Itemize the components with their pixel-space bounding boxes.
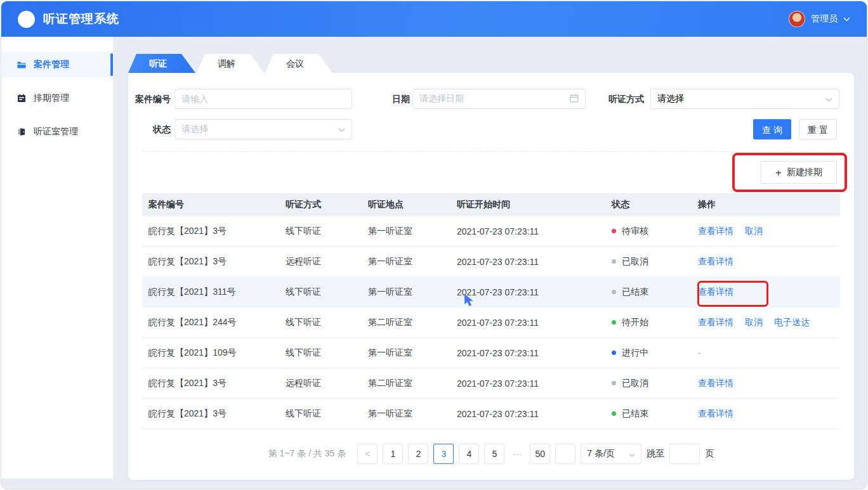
reset-button[interactable]: 重 置 bbox=[799, 119, 837, 139]
cell-case-no: 皖行复【2021】3号 bbox=[142, 378, 286, 389]
cell-method: 远程听证 bbox=[286, 256, 368, 268]
col-header-actions: 操作 bbox=[698, 199, 840, 210]
cell-actions: 查看详情取消 bbox=[698, 226, 840, 237]
no-action-dash: - bbox=[698, 348, 701, 358]
status-dot bbox=[612, 259, 616, 264]
status-text: 已取消 bbox=[622, 256, 648, 268]
cell-start-time: 2021-07-23 07:23:11 bbox=[457, 378, 612, 389]
dashed-divider bbox=[142, 152, 840, 152]
sidebar-item-schedule-management[interactable]: 排期管理 bbox=[1, 86, 113, 111]
cell-location: 第一听证室 bbox=[368, 408, 457, 420]
tab-meeting[interactable]: 会议 bbox=[265, 54, 332, 73]
method-select-value: 请选择 bbox=[657, 93, 825, 105]
cell-status: 待审核 bbox=[612, 226, 698, 237]
table-row: 皖行复【2021】3号 线下听证 第一听证室 2021-07-23 07:23:… bbox=[142, 216, 840, 247]
prev-page-button[interactable]: < bbox=[357, 444, 378, 464]
case-no-input[interactable] bbox=[174, 89, 352, 109]
view-detail-link[interactable]: 查看详情 bbox=[698, 226, 733, 237]
room-icon bbox=[16, 127, 27, 137]
cell-actions: 查看详情 bbox=[698, 378, 840, 389]
page-size-select[interactable]: 7 条/页 bbox=[581, 444, 641, 464]
cell-actions: - bbox=[698, 348, 840, 358]
cell-status: 进行中 bbox=[612, 347, 698, 359]
page-button-3-active[interactable]: 3 bbox=[433, 444, 454, 464]
cell-method: 线下听证 bbox=[286, 226, 368, 237]
pagination-summary: 第 1~7 条 / 共 35 条 bbox=[268, 448, 346, 460]
chevron-down-icon[interactable] bbox=[843, 17, 850, 22]
status-dot bbox=[612, 229, 616, 233]
tab-hearing[interactable]: 听证 bbox=[128, 54, 195, 73]
status-dot bbox=[612, 411, 616, 416]
jump-to-input[interactable] bbox=[669, 444, 700, 464]
method-select[interactable]: 请选择 bbox=[650, 89, 839, 109]
cell-method: 线下听证 bbox=[286, 347, 368, 359]
cell-method: 线下听证 bbox=[286, 408, 368, 420]
cell-start-time: 2021-07-23 07:23:11 bbox=[457, 226, 612, 236]
status-select-placeholder: 请选择 bbox=[181, 124, 338, 135]
page-button-4[interactable]: 4 bbox=[459, 444, 479, 464]
page-button-1[interactable]: 1 bbox=[383, 444, 403, 464]
page-button-2[interactable]: 2 bbox=[408, 444, 428, 464]
page-ellipsis[interactable]: ··· bbox=[510, 449, 525, 459]
view-detail-link[interactable]: 查看详情 bbox=[698, 317, 733, 328]
view-detail-link[interactable]: 查看详情 bbox=[698, 378, 733, 389]
view-detail-link[interactable]: 查看详情 bbox=[698, 408, 733, 420]
cell-status: 已结束 bbox=[612, 287, 698, 298]
view-detail-link[interactable]: 查看详情 bbox=[698, 287, 733, 298]
col-header-case-no: 案件编号 bbox=[142, 199, 286, 210]
cell-actions: 查看详情 bbox=[698, 256, 840, 268]
date-picker[interactable]: 请选择日期 bbox=[412, 89, 586, 109]
cell-status: 已取消 bbox=[612, 378, 698, 389]
cell-case-no: 皖行复【2021】109号 bbox=[142, 347, 286, 359]
cell-start-time: 2021-07-23 07:23:11 bbox=[457, 287, 612, 297]
cell-case-no: 皖行复【2021】244号 bbox=[142, 317, 286, 328]
tab-mediation[interactable]: 调解 bbox=[197, 54, 264, 73]
user-menu[interactable]: 管理员 bbox=[789, 11, 850, 27]
page-size-value: 7 条/页 bbox=[587, 448, 615, 460]
cell-location: 第一听证室 bbox=[368, 287, 457, 298]
cell-location: 第一听证室 bbox=[368, 347, 457, 359]
user-name: 管理员 bbox=[811, 13, 838, 25]
search-button[interactable]: 查 询 bbox=[753, 119, 791, 139]
chevron-down-icon bbox=[825, 94, 832, 104]
status-dot bbox=[612, 320, 616, 325]
folder-icon bbox=[16, 60, 27, 70]
cell-location: 第二听证室 bbox=[368, 378, 457, 389]
sidebar: 案件管理 排期管理 听证室管理 bbox=[1, 37, 113, 479]
electronic-delivery-link[interactable]: 电子送达 bbox=[774, 317, 810, 328]
col-header-status: 状态 bbox=[612, 199, 698, 210]
sidebar-item-label: 案件管理 bbox=[34, 59, 69, 70]
status-select[interactable]: 请选择 bbox=[174, 119, 352, 139]
status-text: 待开始 bbox=[622, 317, 648, 328]
user-avatar[interactable] bbox=[789, 11, 805, 27]
calendar-icon bbox=[570, 94, 579, 105]
new-schedule-button[interactable]: + 新建排期 bbox=[761, 161, 837, 184]
sidebar-item-hearing-room-management[interactable]: 听证室管理 bbox=[1, 119, 113, 145]
method-label: 听证方式 bbox=[603, 89, 644, 109]
page-unit-label: 页 bbox=[705, 448, 714, 460]
app-logo-icon bbox=[18, 11, 35, 28]
cancel-link[interactable]: 取消 bbox=[745, 226, 763, 237]
page-button-50[interactable]: 50 bbox=[530, 444, 550, 464]
table-row-highlighted: 皖行复【2021】311号 线下听证 第一听证室 2021-07-23 07:2… bbox=[142, 277, 840, 307]
sidebar-item-label: 排期管理 bbox=[34, 93, 69, 104]
cell-method: 远程听证 bbox=[286, 378, 368, 389]
chevron-down-icon bbox=[338, 124, 345, 134]
main-panel: 案件编号 日期 请选择日期 听证方式 请选择 状态 请选择 查 询 重 置 bbox=[128, 73, 854, 480]
cancel-link[interactable]: 取消 bbox=[745, 317, 763, 328]
next-page-button[interactable] bbox=[555, 444, 575, 464]
top-bar: 听证管理系统 管理员 bbox=[1, 1, 867, 37]
plus-icon: + bbox=[775, 167, 782, 178]
status-label: 状态 bbox=[135, 119, 171, 139]
pagination: 第 1~7 条 / 共 35 条 < 1 2 3 4 5 ··· 50 7 条/… bbox=[128, 444, 854, 464]
col-header-location: 听证地点 bbox=[368, 199, 457, 210]
new-schedule-label: 新建排期 bbox=[787, 167, 822, 178]
schedule-icon bbox=[16, 93, 27, 103]
view-detail-link[interactable]: 查看详情 bbox=[698, 256, 733, 268]
table-header-row: 案件编号 听证方式 听证地点 听证开始时间 状态 操作 bbox=[142, 193, 840, 216]
mouse-cursor-icon bbox=[464, 293, 475, 309]
table-row: 皖行复【2021】244号 线下听证 第二听证室 2021-07-23 07:2… bbox=[142, 307, 840, 338]
jump-to-label: 跳至 bbox=[647, 448, 664, 460]
sidebar-item-case-management[interactable]: 案件管理 bbox=[1, 52, 113, 77]
page-button-5[interactable]: 5 bbox=[484, 444, 504, 464]
